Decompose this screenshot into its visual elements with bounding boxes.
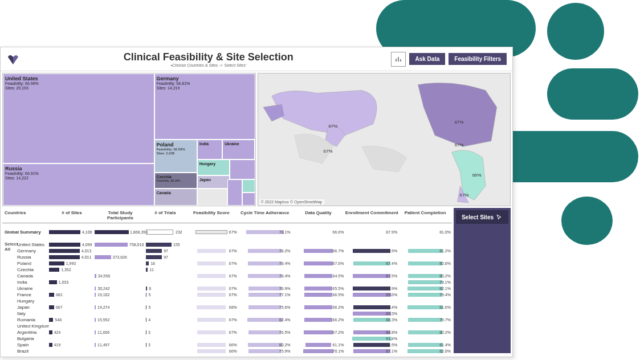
country-name: Spain: [16, 342, 49, 347]
header: Clinical Feasibility & Site Selection •C…: [1, 47, 512, 71]
cursor-icon: [496, 214, 503, 220]
page-subtitle: •Choose Countries & Sites -> 'Select Sit…: [26, 63, 391, 67]
map-percent-label: 67%: [455, 142, 464, 148]
feasibility-filters-button[interactable]: Feasibility Filters: [449, 53, 507, 65]
country-name: Italy: [16, 311, 49, 316]
treemap-cell-label: Ukraine: [225, 142, 253, 146]
country-name: Japan: [16, 305, 49, 310]
decorative-blob: [547, 68, 638, 120]
country-name: Germany: [16, 248, 49, 253]
country-name: Argentina: [16, 330, 49, 335]
ask-data-button[interactable]: Ask Data: [409, 53, 445, 65]
treemap-cell-label: Czechia: [157, 175, 195, 179]
country-name: France: [16, 292, 49, 297]
table-row[interactable]: France68119,102567%77.1%66.5%89.6%79.4%: [16, 292, 452, 298]
table-row[interactable]: United Kingdom: [16, 323, 452, 329]
table-row[interactable]: Romania54815,552467%82.4%66.2%86.3%79.7%: [16, 317, 452, 323]
treemap-cell-label: Canada: [157, 191, 195, 195]
treemap-cell-label: India: [199, 142, 220, 146]
country-name: United Kingdom: [16, 324, 49, 329]
table-row[interactable]: Canada34,55867%78.4%64.5%87.5%80.2%: [16, 273, 452, 279]
treemap-cell-label: Germany: [157, 76, 253, 81]
dashboard-container: Clinical Feasibility & Site Selection •C…: [0, 47, 513, 357]
map-attribution: © 2022 Mapbox © OpenStreetMap: [259, 199, 324, 204]
global-summary-row: Global Summary 4,100 1,868,398 232 67% 7…: [2, 227, 452, 237]
table-row[interactable]: Italy89.3%: [16, 310, 452, 317]
treemap-cell-label: Russia: [5, 166, 152, 171]
table-row[interactable]: India1,03379.1%: [16, 279, 452, 285]
country-name: United States: [16, 242, 49, 247]
table-row[interactable]: Hungary: [16, 298, 452, 304]
country-name: Hungary: [16, 298, 49, 304]
table-row[interactable]: Poland1,9931867%78.4%67.6%87.4%80.8%: [16, 260, 452, 267]
treemap-chart[interactable]: United States Feasibility: 66.96% Sites:…: [2, 73, 256, 206]
decorative-blob: [561, 197, 613, 245]
map-percent-label: 67%: [324, 149, 333, 154]
decorative-blob: [547, 3, 604, 60]
select-sites-button[interactable]: Select Sites: [456, 210, 508, 224]
column-header-trials[interactable]: # of Trials: [146, 210, 185, 220]
country-name: India: [16, 280, 49, 285]
logo-icon: [6, 52, 20, 66]
table-row[interactable]: Argentina42411,606367%76.5%67.2%86.8%80.…: [16, 329, 452, 336]
country-metrics-table: Countries # of Sites Total Study Partici…: [2, 208, 452, 353]
page-title: Clinical Feasibility & Site Selection: [26, 51, 391, 63]
svg-rect-1: [398, 57, 399, 62]
side-panel: Select Sites: [454, 208, 511, 353]
svg-rect-0: [396, 59, 397, 62]
country-name: Canada: [16, 273, 49, 279]
choropleth-map[interactable]: 67% 67% 67% 67% 66% 67% © 2022 Mapbox © …: [258, 73, 511, 206]
country-name: Czechia: [16, 267, 49, 272]
column-header-participants[interactable]: Total Study Participants: [95, 210, 146, 220]
table-row[interactable]: Spain41911,497366%80.2%61.1%85.5%81.4%: [16, 342, 452, 348]
treemap-cell-label: Hungary: [199, 162, 228, 166]
country-name: Ukraine: [16, 286, 49, 291]
table-row[interactable]: United States4,099758,010155: [16, 242, 452, 248]
country-name: Romania: [16, 317, 49, 322]
table-row[interactable]: Germany4,0139767%78.2%66.7%87.9%81.2%: [16, 248, 452, 254]
map-percent-label: 67%: [460, 193, 469, 198]
table-row[interactable]: Czechia1,35211: [16, 267, 452, 273]
column-header-completion[interactable]: Patient Completion: [398, 210, 452, 220]
country-name: Russia: [16, 255, 49, 260]
global-summary-label: Global Summary: [2, 230, 49, 235]
table-row[interactable]: Bulgaria91.4%: [16, 336, 452, 342]
table-row[interactable]: Japan66719,274568%75.6%66.2%86.4%81.6%: [16, 304, 452, 310]
column-header-cycle[interactable]: Cycle Time Adherance: [238, 210, 292, 220]
table-row[interactable]: Brazil66%75.9%70.1%87.1%82.0%: [16, 348, 452, 353]
column-header-dq[interactable]: Data Quality: [292, 210, 345, 220]
table-row[interactable]: Russia4,011373,62697: [16, 254, 452, 260]
map-percent-label: 67%: [328, 124, 337, 129]
treemap-cell-label: Japan: [199, 178, 228, 182]
svg-rect-2: [400, 59, 401, 62]
column-header-enroll[interactable]: Enrollment Commitment: [345, 210, 398, 220]
select-all-label[interactable]: Select All: [2, 242, 16, 252]
chart-icon-button[interactable]: [391, 52, 406, 67]
table-row[interactable]: Ukraine30,242867%76.9%65.5%87.9%82.1%: [16, 285, 452, 292]
column-header-feasibility[interactable]: Feasibility Score: [185, 210, 238, 220]
country-name: Brazil: [16, 349, 49, 353]
map-percent-label: 67%: [455, 120, 464, 125]
country-name: Bulgaria: [16, 336, 49, 341]
treemap-cell-label: Poland: [157, 142, 195, 148]
column-header-countries[interactable]: Countries: [2, 210, 49, 220]
column-header-sites[interactable]: # of Sites: [49, 210, 95, 220]
treemap-cell-label: United States: [5, 76, 152, 81]
map-percent-label: 66%: [472, 173, 482, 178]
country-name: Poland: [16, 261, 49, 266]
